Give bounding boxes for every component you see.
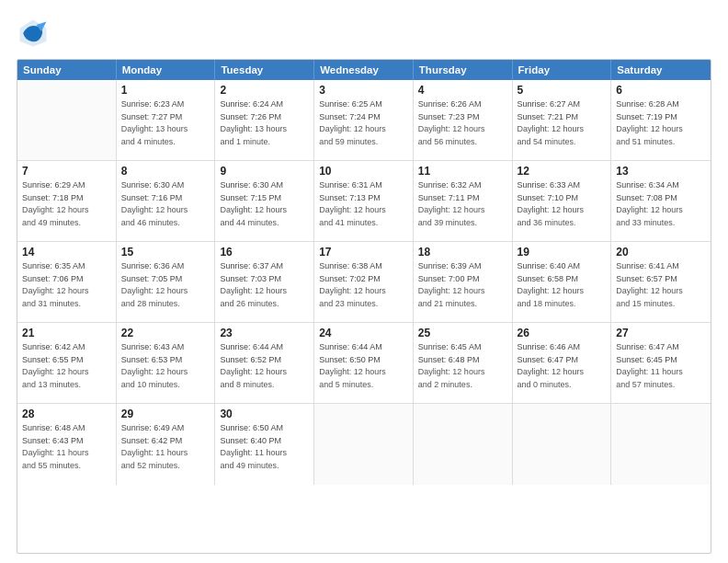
sunset-text: Sunset: 7:23 PM [418,111,507,124]
calendar-cell: 14Sunrise: 6:35 AMSunset: 7:06 PMDayligh… [17,242,117,322]
weekday-header: Monday [117,60,216,80]
sunrise-text: Sunrise: 6:27 AM [518,98,607,111]
calendar-cell: 24Sunrise: 6:44 AMSunset: 6:50 PMDayligh… [314,323,414,403]
calendar-cell: 15Sunrise: 6:36 AMSunset: 7:05 PMDayligh… [117,242,216,322]
daylight-text: Daylight: 12 hoursand 49 minutes. [22,204,111,229]
daylight-text: Daylight: 12 hoursand 41 minutes. [319,204,408,229]
day-info: Sunrise: 6:47 AMSunset: 6:45 PMDaylight:… [616,341,706,391]
sunset-text: Sunset: 7:05 PM [121,273,210,286]
calendar-cell: 16Sunrise: 6:37 AMSunset: 7:03 PMDayligh… [215,242,314,322]
calendar-week-row: 28Sunrise: 6:48 AMSunset: 6:43 PMDayligh… [17,404,711,485]
calendar-cell: 8Sunrise: 6:30 AMSunset: 7:16 PMDaylight… [117,161,216,241]
weekday-header: Wednesday [314,60,414,80]
sunrise-text: Sunrise: 6:45 AM [418,341,507,354]
weekday-header: Saturday [611,60,711,80]
day-info: Sunrise: 6:39 AMSunset: 7:00 PMDaylight:… [418,260,507,310]
daylight-text: Daylight: 13 hoursand 1 minute. [220,123,309,148]
sunset-text: Sunset: 6:45 PM [616,354,706,367]
sunrise-text: Sunrise: 6:30 AM [121,179,210,192]
day-number: 1 [121,84,210,97]
day-number: 13 [616,165,706,178]
sunset-text: Sunset: 7:00 PM [418,273,507,286]
day-info: Sunrise: 6:49 AMSunset: 6:42 PMDaylight:… [121,422,210,472]
calendar-cell: 19Sunrise: 6:40 AMSunset: 6:58 PMDayligh… [513,242,612,322]
daylight-text: Daylight: 12 hoursand 39 minutes. [418,204,507,229]
daylight-text: Daylight: 12 hoursand 13 minutes. [22,366,111,391]
weekday-header: Thursday [414,60,513,80]
day-number: 8 [121,165,210,178]
sunrise-text: Sunrise: 6:38 AM [319,260,408,273]
day-number: 28 [22,408,111,420]
day-number: 9 [220,165,309,178]
day-info: Sunrise: 6:24 AMSunset: 7:26 PMDaylight:… [220,98,309,148]
sunset-text: Sunset: 7:15 PM [220,192,309,205]
day-number: 3 [319,84,408,97]
sunset-text: Sunset: 6:55 PM [22,354,111,367]
daylight-text: Daylight: 12 hoursand 2 minutes. [418,366,507,391]
day-number: 27 [616,327,706,339]
sunrise-text: Sunrise: 6:34 AM [616,179,706,192]
calendar-cell: 18Sunrise: 6:39 AMSunset: 7:00 PMDayligh… [414,242,513,322]
logo-icon [17,17,50,50]
sunrise-text: Sunrise: 6:30 AM [220,179,309,192]
sunrise-text: Sunrise: 6:36 AM [121,260,210,273]
sunset-text: Sunset: 7:24 PM [319,111,408,124]
sunset-text: Sunset: 7:26 PM [220,111,309,124]
calendar-week-row: 7Sunrise: 6:29 AMSunset: 7:18 PMDaylight… [17,161,711,242]
sunset-text: Sunset: 6:57 PM [616,273,706,286]
daylight-text: Daylight: 12 hoursand 23 minutes. [319,285,408,310]
sunrise-text: Sunrise: 6:24 AM [220,98,309,111]
sunset-text: Sunset: 6:52 PM [220,354,309,367]
calendar-cell [314,404,414,485]
sunrise-text: Sunrise: 6:28 AM [616,98,706,111]
sunrise-text: Sunrise: 6:42 AM [22,341,111,354]
day-info: Sunrise: 6:44 AMSunset: 6:50 PMDaylight:… [319,341,408,391]
daylight-text: Daylight: 12 hoursand 44 minutes. [220,204,309,229]
calendar-cell: 17Sunrise: 6:38 AMSunset: 7:02 PMDayligh… [314,242,414,322]
calendar-cell: 11Sunrise: 6:32 AMSunset: 7:11 PMDayligh… [414,161,513,241]
calendar-cell: 7Sunrise: 6:29 AMSunset: 7:18 PMDaylight… [17,161,117,241]
calendar-cell: 20Sunrise: 6:41 AMSunset: 6:57 PMDayligh… [611,242,711,322]
day-number: 25 [418,327,507,339]
day-info: Sunrise: 6:36 AMSunset: 7:05 PMDaylight:… [121,260,210,310]
day-number: 14 [22,246,111,259]
daylight-text: Daylight: 12 hoursand 21 minutes. [418,285,507,310]
day-number: 24 [319,327,408,339]
sunrise-text: Sunrise: 6:47 AM [616,341,706,354]
day-number: 19 [518,246,607,259]
day-number: 30 [220,408,309,420]
weekday-header: Sunday [17,60,117,80]
daylight-text: Daylight: 11 hoursand 49 minutes. [220,447,309,472]
day-number: 10 [319,165,408,178]
day-number: 23 [220,327,309,339]
daylight-text: Daylight: 13 hoursand 4 minutes. [121,123,210,148]
day-info: Sunrise: 6:32 AMSunset: 7:11 PMDaylight:… [418,179,507,229]
calendar-body: 1Sunrise: 6:23 AMSunset: 7:27 PMDaylight… [17,80,711,485]
day-info: Sunrise: 6:34 AMSunset: 7:08 PMDaylight:… [616,179,706,229]
day-info: Sunrise: 6:27 AMSunset: 7:21 PMDaylight:… [518,98,607,148]
sunrise-text: Sunrise: 6:43 AM [121,341,210,354]
sunrise-text: Sunrise: 6:29 AM [22,179,111,192]
calendar-cell: 2Sunrise: 6:24 AMSunset: 7:26 PMDaylight… [215,80,314,160]
day-info: Sunrise: 6:25 AMSunset: 7:24 PMDaylight:… [319,98,408,148]
day-number: 5 [518,84,607,97]
day-number: 16 [220,246,309,259]
daylight-text: Daylight: 12 hoursand 46 minutes. [121,204,210,229]
sunrise-text: Sunrise: 6:44 AM [220,341,309,354]
daylight-text: Daylight: 11 hoursand 57 minutes. [616,366,706,391]
sunrise-text: Sunrise: 6:35 AM [22,260,111,273]
weekday-header: Friday [513,60,612,80]
day-info: Sunrise: 6:28 AMSunset: 7:19 PMDaylight:… [616,98,706,148]
day-info: Sunrise: 6:38 AMSunset: 7:02 PMDaylight:… [319,260,408,310]
sunrise-text: Sunrise: 6:48 AM [22,422,111,435]
day-info: Sunrise: 6:43 AMSunset: 6:53 PMDaylight:… [121,341,210,391]
calendar-cell: 21Sunrise: 6:42 AMSunset: 6:55 PMDayligh… [17,323,117,403]
sunset-text: Sunset: 7:16 PM [121,192,210,205]
day-info: Sunrise: 6:45 AMSunset: 6:48 PMDaylight:… [418,341,507,391]
sunset-text: Sunset: 6:43 PM [22,435,111,448]
weekday-header: Tuesday [215,60,314,80]
day-number: 18 [418,246,507,259]
day-info: Sunrise: 6:33 AMSunset: 7:10 PMDaylight:… [518,179,607,229]
day-number: 29 [121,408,210,420]
calendar-cell: 10Sunrise: 6:31 AMSunset: 7:13 PMDayligh… [314,161,414,241]
